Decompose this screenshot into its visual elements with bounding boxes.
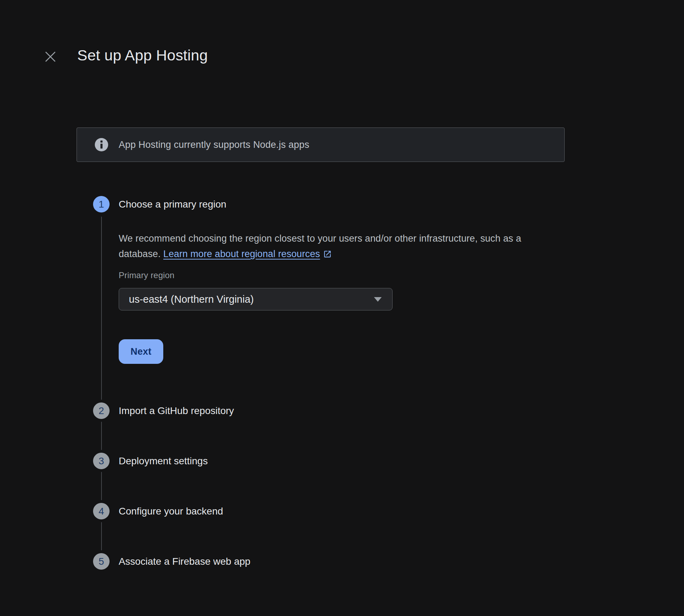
info-banner: App Hosting currently supports Node.js a…: [77, 127, 565, 162]
primary-region-label: Primary region: [119, 270, 175, 280]
page-title: Set up App Hosting: [77, 45, 208, 65]
step-4-title: Configure your backend: [119, 505, 223, 518]
info-icon: [95, 138, 108, 151]
close-button[interactable]: [42, 49, 58, 64]
close-icon: [45, 51, 56, 63]
step-2-title: Import a GitHub repository: [119, 405, 234, 417]
step-1-indicator: 1: [93, 196, 110, 212]
step-3-title: Deployment settings: [119, 455, 208, 467]
step-3-indicator: 3: [93, 453, 110, 469]
stepper-connector: [101, 472, 102, 500]
step-4-indicator: 4: [93, 503, 110, 519]
step-2-indicator: 2: [93, 402, 110, 419]
info-banner-text: App Hosting currently supports Node.js a…: [119, 139, 309, 150]
stepper-connector: [101, 217, 102, 400]
region-step-description: We recommend choosing the region closest…: [119, 231, 547, 263]
stepper-connector: [101, 422, 102, 450]
primary-region-selected-value: us-east4 (Northern Virginia): [129, 294, 374, 305]
caret-down-icon: [374, 297, 382, 302]
primary-region-select[interactable]: us-east4 (Northern Virginia): [119, 288, 393, 310]
step-5-indicator: 5: [93, 553, 110, 570]
open-in-new-icon: [323, 248, 332, 263]
stepper-connector: [101, 522, 102, 550]
step-5-title: Associate a Firebase web app: [119, 555, 250, 568]
next-button[interactable]: Next: [119, 339, 163, 364]
setup-app-hosting-dialog: Set up App Hosting App Hosting currently…: [0, 0, 684, 616]
learn-more-link[interactable]: Learn more about regional resources: [163, 249, 332, 259]
step-1-title: Choose a primary region: [119, 198, 226, 211]
